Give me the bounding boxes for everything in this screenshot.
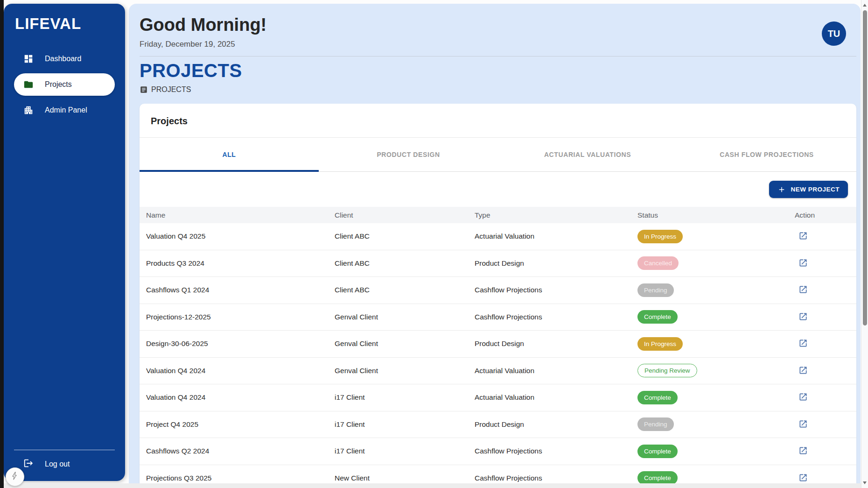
open-project-button[interactable] [798, 311, 809, 322]
cell-name: Cashflows Q1 2024 [146, 286, 335, 294]
cell-type: Actuarial Valuation [475, 393, 637, 402]
open-project-button[interactable] [798, 257, 809, 269]
tab-actuarial-valuations[interactable]: ACTUARIAL VALUATIONS [498, 138, 677, 171]
table-row: Design-30-06-2025Genval ClientProduct De… [140, 331, 856, 358]
sidebar-item-projects[interactable]: Projects [14, 73, 115, 96]
scroll-up-arrow[interactable] [863, 4, 867, 7]
cell-client: Genval Client [335, 339, 475, 348]
open-in-new-icon [798, 342, 808, 349]
cell-type: Actuarial Valuation [475, 232, 637, 240]
cell-client: New Client [335, 474, 475, 482]
open-in-new-icon [798, 369, 808, 376]
open-in-new-icon [798, 477, 808, 484]
card-title: Projects [140, 104, 856, 138]
cell-type: Cashflow Projections [475, 474, 637, 482]
sidebar-item-admin-panel[interactable]: Admin Panel [14, 99, 115, 121]
open-in-new-icon [798, 396, 808, 403]
table-toolbar: NEW PROJECT [140, 172, 856, 207]
column-header-action: Action [795, 211, 856, 219]
cell-action [795, 338, 856, 350]
scroll-down-arrow[interactable] [863, 481, 867, 484]
cell-status: Cancelled [637, 256, 795, 270]
cell-client: i17 Client [335, 447, 475, 455]
cell-name: Valuation Q4 2024 [146, 367, 335, 375]
open-project-button[interactable] [798, 472, 809, 483]
cell-client: Client ABC [335, 259, 475, 268]
status-badge: Pending [637, 283, 674, 297]
cell-name: Project Q4 2025 [146, 420, 335, 429]
user-avatar[interactable]: TU [822, 21, 846, 46]
status-badge: Pending [637, 417, 674, 431]
status-badge: Pending Review [637, 364, 697, 377]
open-in-new-icon [798, 289, 808, 296]
cell-action [795, 391, 856, 403]
tab-product-design[interactable]: PRODUCT DESIGN [319, 138, 498, 171]
tabs-bar: ALL PRODUCT DESIGN ACTUARIAL VALUATIONS … [140, 138, 856, 172]
app-logo: LIFEVAL [4, 4, 125, 33]
cell-action [795, 284, 856, 296]
open-project-button[interactable] [798, 230, 809, 241]
cell-status: Complete [637, 310, 795, 324]
open-project-button[interactable] [798, 391, 809, 403]
cell-status: Complete [637, 445, 795, 458]
scrollbar-thumb[interactable] [863, 10, 867, 325]
breadcrumb-label: PROJECTS [151, 85, 191, 94]
open-project-button[interactable] [798, 445, 809, 456]
cell-name: Design-30-06-2025 [146, 339, 335, 348]
new-project-button[interactable]: NEW PROJECT [769, 181, 848, 198]
cell-name: Projections-12-2025 [146, 313, 335, 321]
open-project-button[interactable] [798, 284, 809, 295]
table-row: Project Q4 2025i17 ClientProduct DesignP… [140, 411, 856, 438]
cell-client: Client ABC [335, 286, 475, 294]
status-badge: In Progress [637, 230, 683, 243]
cell-status: Complete [637, 391, 795, 404]
column-header-client: Client [335, 211, 475, 219]
sidebar-item-label: Projects [45, 80, 72, 89]
column-header-type: Type [475, 211, 637, 219]
cell-name: Cashflows Q2 2024 [146, 447, 335, 455]
status-badge: Complete [637, 471, 678, 485]
dev-tools-button[interactable] [6, 467, 24, 486]
cell-client: Genval Client [335, 367, 475, 375]
open-project-button[interactable] [798, 365, 809, 376]
status-badge: Complete [637, 391, 678, 404]
tab-cash-flow-projections[interactable]: CASH FLOW PROJECTIONS [677, 138, 856, 171]
column-header-status: Status [637, 211, 795, 219]
cell-action [795, 445, 856, 457]
cell-name: Projections Q3 2025 [146, 474, 335, 482]
sidebar-item-dashboard[interactable]: Dashboard [14, 48, 115, 70]
cell-status: In Progress [637, 230, 795, 243]
tab-all[interactable]: ALL [140, 138, 319, 171]
cell-name: Valuation Q4 2024 [146, 393, 335, 402]
projects-card: Projects ALL PRODUCT DESIGN ACTUARIAL VA… [140, 104, 856, 488]
table-row: Cashflows Q1 2024Client ABCCashflow Proj… [140, 277, 856, 304]
cell-client: Genval Client [335, 313, 475, 321]
logout-button[interactable]: Log out [14, 454, 115, 474]
open-project-button[interactable] [798, 338, 809, 349]
sidebar-divider [14, 450, 115, 450]
page-title: PROJECTS [129, 57, 861, 81]
folder-icon [23, 79, 34, 90]
cell-status: Pending [637, 417, 795, 431]
horizontal-scrollbar[interactable] [4, 483, 861, 488]
app-window: LIFEVAL Dashboard Projects Admin Panel [0, 0, 868, 488]
table-row: Cashflows Q2 2024i17 ClientCashflow Proj… [140, 438, 856, 465]
cell-client: Client ABC [335, 232, 475, 240]
open-in-new-icon [798, 235, 808, 242]
column-header-name: Name [146, 211, 335, 219]
open-in-new-icon [798, 262, 808, 269]
logout-label: Log out [45, 460, 70, 468]
vertical-scrollbar[interactable] [861, 0, 868, 488]
open-in-new-icon [798, 450, 808, 457]
cell-name: Valuation Q4 2025 [146, 232, 335, 240]
breadcrumb: PROJECTS [129, 81, 861, 94]
open-project-button[interactable] [798, 418, 809, 430]
table-row: Projections-12-2025Genval ClientCashflow… [140, 304, 856, 331]
status-badge: Cancelled [637, 256, 679, 270]
status-badge: Complete [637, 310, 678, 324]
logout-icon [23, 458, 34, 470]
cell-action [795, 311, 856, 323]
cell-client: i17 Client [335, 393, 475, 402]
sidebar-item-label: Dashboard [45, 55, 81, 63]
table-row: Valuation Q4 2024Genval ClientActuarial … [140, 358, 856, 385]
